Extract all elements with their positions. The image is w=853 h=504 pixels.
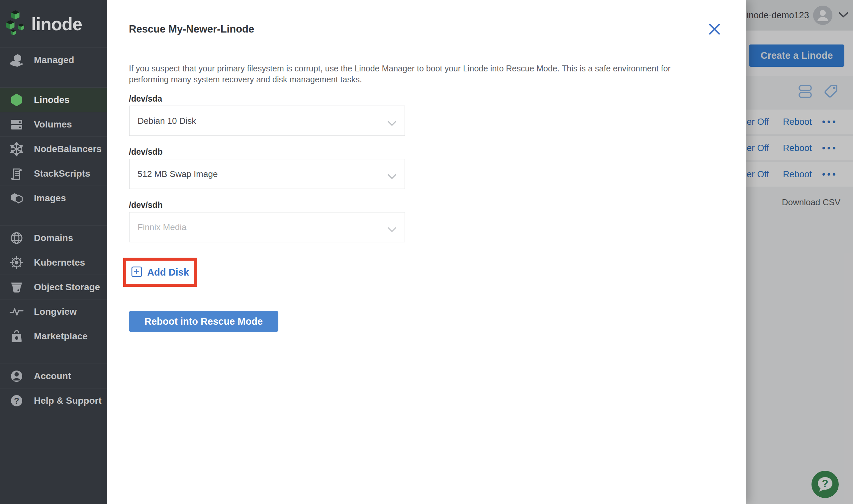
nav-group-services: Domains Kubernetes xyxy=(0,226,120,348)
more-actions-icon[interactable]: ••• xyxy=(822,110,837,134)
reboot-button-label: Reboot into Rescue Mode xyxy=(144,316,263,327)
volumes-icon xyxy=(9,117,24,132)
sidebar-item-linodes[interactable]: Linodes xyxy=(0,87,120,112)
linode-table-row: er Off Reboot ••• xyxy=(746,162,853,186)
marketplace-bag-icon xyxy=(9,329,24,344)
stackscripts-icon xyxy=(9,166,24,181)
page-behind-drawer: inode-demo123 Create a Linode xyxy=(746,0,853,504)
account-name[interactable]: inode-demo123 xyxy=(747,10,809,21)
dev-sdh-select[interactable]: Finnix Media xyxy=(129,212,405,242)
sidebar-item-longview[interactable]: Longview xyxy=(0,299,120,324)
power-off-link[interactable]: er Off xyxy=(747,110,769,134)
drawer-title: Rescue My-Newer-Linode xyxy=(129,23,254,35)
linode-table-row: er Off Reboot ••• xyxy=(746,110,853,134)
sidebar-item-kubernetes[interactable]: Kubernetes xyxy=(0,250,120,274)
view-toggle-icons xyxy=(798,84,845,101)
linode-logo[interactable]: linode xyxy=(0,0,120,48)
more-actions-icon[interactable]: ••• xyxy=(822,136,837,160)
dev-sdh-label: /dev/sdh xyxy=(129,200,162,210)
sidebar-item-help-support[interactable]: ? Help & Support xyxy=(0,388,120,413)
linode-table-row: er Off Reboot ••• xyxy=(746,136,853,160)
sidebar-item-label: StackScripts xyxy=(34,168,90,179)
domains-globe-icon xyxy=(9,231,24,245)
sidebar-item-account[interactable]: Account xyxy=(0,363,120,388)
user-avatar-icon[interactable] xyxy=(813,6,832,25)
sidebar-item-marketplace[interactable]: Marketplace xyxy=(0,324,120,348)
sidebar-item-images[interactable]: Images xyxy=(0,185,120,210)
sidebar-item-label: Kubernetes xyxy=(34,257,85,268)
chevron-down-icon[interactable] xyxy=(839,12,848,19)
longview-pulse-icon xyxy=(9,304,24,319)
reboot-into-rescue-mode-button[interactable]: Reboot into Rescue Mode xyxy=(129,311,278,332)
sidebar-item-label: Managed xyxy=(34,55,74,66)
chevron-down-icon xyxy=(387,172,396,182)
linode-hexagon-icon xyxy=(9,93,24,107)
rescue-drawer: Rescue My-Newer-Linode If you suspect th… xyxy=(107,0,746,504)
topbar: inode-demo123 xyxy=(746,0,853,31)
create-linode-label: Create a Linode xyxy=(761,50,833,61)
dev-sdb-label: /dev/sdb xyxy=(129,147,162,157)
annotation-highlight-box: Add Disk xyxy=(123,258,197,287)
sidebar-item-object-storage[interactable]: Object Storage xyxy=(0,274,120,299)
images-icon xyxy=(9,191,24,205)
sidebar-item-volumes[interactable]: Volumes xyxy=(0,112,120,137)
sidebar-item-domains[interactable]: Domains xyxy=(0,226,120,250)
sidebar-item-label: Linodes xyxy=(34,95,69,105)
nav-group-compute: Linodes Volumes xyxy=(0,87,120,210)
sidebar-item-nodebalancers[interactable]: NodeBalancers xyxy=(0,137,120,161)
sidebar: linode Managed Linodes xyxy=(0,0,120,504)
power-off-link[interactable]: er Off xyxy=(747,136,769,160)
dev-sdb-value: 512 MB Swap Image xyxy=(138,169,217,179)
tag-icon[interactable] xyxy=(823,84,839,101)
dev-sda-value: Debian 10 Disk xyxy=(138,116,196,126)
rescue-description: If you suspect that your primary filesys… xyxy=(129,63,694,85)
sidebar-item-label: Longview xyxy=(34,306,77,317)
object-storage-bucket-icon xyxy=(9,280,24,294)
power-off-link[interactable]: er Off xyxy=(747,162,769,186)
add-disk-button[interactable]: Add Disk xyxy=(131,266,189,278)
sidebar-item-label: Marketplace xyxy=(34,331,88,342)
managed-icon xyxy=(9,53,24,67)
chevron-down-icon xyxy=(387,119,396,129)
svg-text:?: ? xyxy=(822,478,829,489)
sidebar-item-label: Account xyxy=(34,371,71,381)
list-view-icon[interactable] xyxy=(798,85,812,100)
nav-group-managed: Managed xyxy=(0,48,120,72)
kubernetes-helm-icon xyxy=(9,255,24,270)
dev-sdh-value: Finnix Media xyxy=(138,222,186,232)
sidebar-item-label: NodeBalancers xyxy=(34,144,102,155)
sidebar-item-managed[interactable]: Managed xyxy=(0,48,120,72)
dev-sda-select[interactable]: Debian 10 Disk xyxy=(129,106,405,136)
add-disk-label: Add Disk xyxy=(147,267,189,278)
account-icon xyxy=(9,369,24,383)
help-icon: ? xyxy=(9,393,24,408)
reboot-link[interactable]: Reboot xyxy=(783,162,812,186)
svg-text:?: ? xyxy=(14,396,19,406)
nav-group-account: Account ? Help & Support xyxy=(0,363,120,413)
reboot-link[interactable]: Reboot xyxy=(783,136,812,160)
sidebar-item-label: Object Storage xyxy=(34,282,100,292)
close-icon[interactable] xyxy=(707,22,722,37)
linode-cubes-icon xyxy=(5,10,27,37)
chevron-down-icon xyxy=(387,225,396,235)
create-linode-button[interactable]: Create a Linode xyxy=(749,44,845,67)
help-chat-icon[interactable]: ? xyxy=(812,471,839,498)
dev-sdb-select[interactable]: 512 MB Swap Image xyxy=(129,159,405,189)
nodebalancers-icon xyxy=(9,142,24,156)
dev-sda-label: /dev/sda xyxy=(129,94,162,104)
download-csv-link[interactable]: Download CSV xyxy=(782,197,840,208)
more-actions-icon[interactable]: ••• xyxy=(822,162,837,186)
logo-wordmark: linode xyxy=(31,14,82,34)
reboot-link[interactable]: Reboot xyxy=(783,110,812,134)
sidebar-item-stackscripts[interactable]: StackScripts xyxy=(0,161,120,185)
sidebar-item-label: Domains xyxy=(34,233,73,244)
sidebar-item-label: Help & Support xyxy=(34,395,102,406)
sidebar-item-label: Images xyxy=(34,193,66,203)
plus-square-icon xyxy=(131,266,142,278)
sidebar-item-label: Volumes xyxy=(34,119,72,130)
